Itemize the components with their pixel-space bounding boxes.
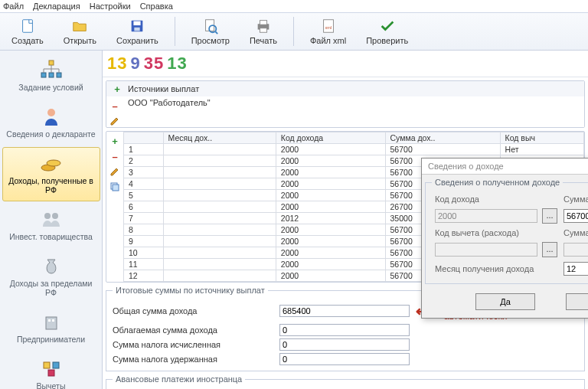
rate-35[interactable]: 35 xyxy=(144,54,164,74)
pencil-icon xyxy=(109,166,120,177)
sidebar-label: Доходы, полученные в РФ xyxy=(8,176,93,194)
dlg-sum-input[interactable] xyxy=(564,209,588,223)
sidebar-item-declarant[interactable]: Сведения о декларанте xyxy=(2,100,100,145)
person-icon xyxy=(38,106,64,127)
col-code[interactable]: Код дохода xyxy=(276,132,385,144)
sidebar-item-conditions[interactable]: Задание условий xyxy=(2,54,100,99)
edit-income-button[interactable] xyxy=(109,165,121,178)
add-income-button[interactable]: + xyxy=(109,135,121,147)
content-area: 13 9 35 13 + Источники выплат – ООО "Раб… xyxy=(103,51,588,389)
dlg-dedsum-input xyxy=(564,243,588,257)
cell-code: 2000 xyxy=(276,190,385,201)
menu-settings[interactable]: Настройки xyxy=(90,2,131,11)
cell-n: 10 xyxy=(124,247,164,259)
rate-13b[interactable]: 13 xyxy=(167,54,187,74)
rate-9[interactable]: 9 xyxy=(130,54,140,74)
cell-code: 2000 xyxy=(276,259,385,270)
dialog-no-button[interactable]: Нет xyxy=(566,293,588,310)
svg-rect-8 xyxy=(260,21,266,25)
cell-n: 7 xyxy=(124,213,164,224)
cell-code: 2000 xyxy=(276,155,385,167)
sources-section: + Источники выплат – ООО "Работодатель" xyxy=(106,80,585,128)
svg-rect-21 xyxy=(46,317,57,329)
pencil-icon xyxy=(109,116,120,126)
dlg-dedsum-label: Сумма вычета (расхода) xyxy=(564,228,588,237)
total-income-input[interactable] xyxy=(279,305,410,317)
cell-code: 2000 xyxy=(276,236,385,247)
people-icon xyxy=(38,208,64,230)
building-icon xyxy=(38,311,64,332)
svg-point-20 xyxy=(52,213,58,219)
sidebar-label: Предприниматели xyxy=(17,335,85,344)
cell-code: 2012 xyxy=(276,213,385,224)
dlg-code-input[interactable] xyxy=(435,209,537,223)
sidebar-item-income-rf[interactable]: Доходы, полученные в РФ xyxy=(2,147,100,201)
edit-source-button[interactable] xyxy=(109,115,121,127)
remove-income-button[interactable]: – xyxy=(109,150,121,162)
col-dedcode[interactable]: Код выч xyxy=(500,132,583,144)
remove-source-button[interactable]: – xyxy=(109,100,121,112)
save-button[interactable]: Сохранить xyxy=(109,15,165,47)
svg-rect-26 xyxy=(48,370,54,376)
taxable-label: Облагаемая сумма дохода xyxy=(113,325,273,335)
col-sum[interactable]: Сумма дох.. xyxy=(385,132,500,144)
taxcalc-input[interactable] xyxy=(279,338,410,351)
cell-n: 9 xyxy=(124,236,164,247)
toolbar: Создать Открыть Сохранить Просмотр Печат… xyxy=(0,13,588,51)
cell-month xyxy=(163,201,276,213)
dialog-yes-button[interactable]: Да xyxy=(475,293,535,310)
printer-icon xyxy=(255,18,272,34)
sidebar-item-entrepreneur[interactable]: Предприниматели xyxy=(2,306,100,351)
col-month[interactable]: Месяц дох.. xyxy=(163,132,276,144)
check-icon xyxy=(379,18,396,34)
dlg-code-picker[interactable]: ... xyxy=(542,208,557,224)
advance-fieldset: Авансовые платежи иностранца Сумма фикси… xyxy=(106,374,585,389)
print-label: Печать xyxy=(250,36,277,45)
cell-month xyxy=(163,224,276,236)
svg-rect-14 xyxy=(49,73,54,77)
dlg-month-input[interactable] xyxy=(564,262,588,276)
svg-line-6 xyxy=(215,31,217,34)
copy-income-button[interactable] xyxy=(109,181,121,193)
sidebar-item-foreign-income[interactable]: Доходы за пределами РФ xyxy=(2,250,100,304)
cell-code: 2000 xyxy=(276,178,385,190)
col-n[interactable] xyxy=(124,132,164,144)
cell-code: 2000 xyxy=(276,144,385,155)
xml-button[interactable]: xml Файл xml xyxy=(303,15,353,47)
source-row[interactable]: ООО "Работодатель" xyxy=(123,96,584,127)
sidebar-item-invest[interactable]: Инвест. товарищества xyxy=(2,203,100,248)
cell-n: 11 xyxy=(124,259,164,270)
cell-month xyxy=(163,259,276,270)
sidebar-item-deductions[interactable]: Вычеты xyxy=(2,352,100,389)
dialog-group-legend: Сведения о полученном доходе xyxy=(432,178,563,187)
cell-code: 2000 xyxy=(276,167,385,178)
cell-n: 1 xyxy=(124,144,164,155)
taxheld-input[interactable] xyxy=(279,353,410,365)
sidebar-label: Инвест. товарищества xyxy=(9,232,93,241)
cell-code: 2000 xyxy=(276,270,385,282)
menu-declaration[interactable]: Декларация xyxy=(33,2,80,11)
check-button[interactable]: Проверить xyxy=(359,15,415,47)
taxable-input[interactable] xyxy=(279,324,410,336)
svg-rect-25 xyxy=(53,362,59,368)
floppy-icon xyxy=(129,18,145,34)
svg-rect-9 xyxy=(260,28,266,33)
open-button[interactable]: Открыть xyxy=(57,15,103,47)
cell-month xyxy=(163,167,276,178)
svg-point-16 xyxy=(47,109,55,116)
add-source-button[interactable]: + xyxy=(111,83,123,95)
coins-icon xyxy=(38,152,64,174)
rate-13a[interactable]: 13 xyxy=(107,54,127,74)
menu-file[interactable]: Файл xyxy=(3,2,24,11)
table-row[interactable]: 1200056700Нет xyxy=(124,144,584,155)
cell-code: 2000 xyxy=(276,247,385,259)
rate-tabs: 13 9 35 13 xyxy=(103,51,588,77)
cell-month xyxy=(163,213,276,224)
print-button[interactable]: Печать xyxy=(243,15,284,47)
create-button[interactable]: Создать xyxy=(5,15,51,47)
menu-help[interactable]: Справка xyxy=(140,2,173,11)
dlg-code-label: Код дохода xyxy=(435,194,537,204)
preview-button[interactable]: Просмотр xyxy=(185,15,237,47)
dlg-dedcode-picker[interactable]: ... xyxy=(542,242,557,257)
svg-rect-3 xyxy=(135,28,140,31)
